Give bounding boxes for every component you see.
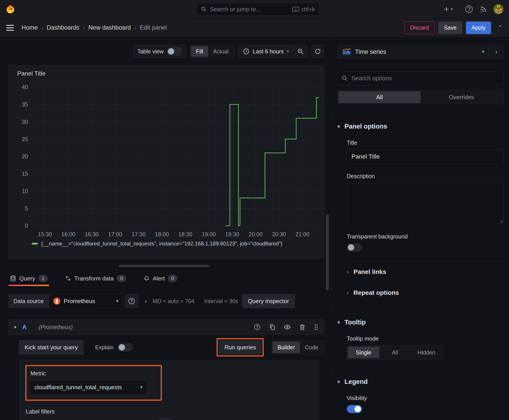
shortcut-hint: ctrl+k [292, 6, 315, 13]
refresh-button[interactable] [311, 45, 324, 58]
code-option[interactable]: Code [300, 341, 323, 353]
fill-option[interactable]: Fill [191, 46, 208, 57]
legend-visibility-toggle[interactable] [347, 405, 362, 413]
x-tick-label: 19:30 [225, 231, 239, 238]
menu-toggle-icon[interactable] [6, 25, 14, 31]
breadcrumb-dashboards[interactable]: Dashboards [47, 24, 79, 31]
tab-query-label: Query [19, 275, 35, 282]
edit-panel-main: Table view Fill Actual Last 6 hours ▾ [0, 37, 328, 420]
search-options-input[interactable]: Search options [337, 71, 504, 85]
options-tabs: All Overrides [337, 90, 504, 104]
add-filter-button[interactable]: + [159, 419, 172, 420]
tooltip-section-header[interactable]: ▾ Tooltip [337, 319, 504, 326]
discard-button[interactable]: Discard [404, 22, 435, 34]
query-ref-id: A [22, 324, 27, 331]
series-label[interactable]: {__name__="cloudflared_tunnel_total_requ… [41, 240, 282, 247]
panel-options-header[interactable]: ▾ Panel options [337, 123, 504, 130]
table-view-chip: Table view [133, 45, 186, 58]
apply-button[interactable]: Apply [466, 22, 491, 34]
tab-alert[interactable]: Alert 0 [142, 272, 179, 286]
collapse-options-icon[interactable]: ⌃ [498, 24, 503, 31]
x-tick-label: 19:00 [202, 231, 216, 238]
tooltip-section-title: Tooltip [344, 319, 365, 326]
panel-title-input[interactable]: Panel Title [347, 150, 504, 164]
tooltip-single-option[interactable]: Single [348, 347, 379, 358]
expand-viz-list-button[interactable]: › [489, 45, 503, 59]
query-row-header[interactable]: ▾ A (Prometheus) [8, 319, 324, 335]
panel-preview: Panel Title 0510152025303540 15:3016:001… [8, 65, 324, 259]
visualization-picker-row: Time series ▾ › [337, 45, 504, 59]
collapse-stats-icon[interactable]: › [145, 298, 147, 305]
label-filters-label: Label filters [26, 408, 312, 415]
y-axis: 0510152025303540 [13, 85, 32, 228]
datasource-picker[interactable]: Prometheus ▾ [49, 294, 123, 308]
breadcrumb-new-dashboard[interactable]: New dashboard [88, 24, 131, 31]
resize-handle-icon[interactable] [499, 219, 502, 223]
metric-label: Metric [30, 370, 156, 377]
repeat-options-section[interactable]: › Repeat options [344, 283, 504, 303]
query-help-icon[interactable] [254, 323, 261, 331]
tooltip-all-option[interactable]: All [379, 347, 411, 358]
chevron-down-icon[interactable]: ▾ [14, 324, 16, 330]
hide-response-eye-icon[interactable] [284, 323, 291, 331]
fill-actual-group: Fill Actual [190, 45, 235, 58]
legend-section-header[interactable]: ▾ Legend [337, 378, 504, 385]
explain-toggle[interactable] [118, 343, 133, 351]
query-toolbar: Kick start your query Explain Run querie… [8, 338, 324, 357]
user-avatar[interactable] [493, 4, 504, 14]
query-stats: MD = auto = 704 Interval = 30s [153, 298, 238, 304]
tooltip-hidden-option[interactable]: Hidden [411, 347, 442, 358]
help-icon[interactable] [464, 5, 473, 14]
search-icon [342, 75, 348, 82]
chevron-down-icon: ▾ [116, 298, 119, 304]
time-range-picker[interactable]: Last 6 hours ▾ [238, 45, 293, 58]
metric-select[interactable]: cloudflared_tunnel_total_requests ▾ [30, 380, 147, 394]
tab-query[interactable]: Query 1 [8, 272, 49, 286]
zoom-out-button[interactable] [293, 45, 307, 58]
interval-stat: Interval = 30s [204, 298, 238, 304]
chart-plot[interactable] [32, 85, 319, 228]
table-view-toggle[interactable] [167, 47, 182, 55]
news-rss-icon[interactable] [479, 5, 487, 13]
duplicate-query-icon[interactable] [269, 324, 276, 330]
table-view-label: Table view [137, 48, 164, 55]
tab-all-options[interactable]: All [338, 91, 421, 103]
vertical-scrollbar[interactable] [326, 214, 329, 291]
grafana-logo-icon[interactable] [5, 4, 16, 14]
chevron-down-icon: ▾ [337, 319, 340, 326]
breadcrumb-home[interactable]: Home [22, 24, 38, 31]
series-color-swatch[interactable] [32, 243, 38, 245]
transparent-bg-toggle[interactable] [347, 243, 362, 252]
builder-option[interactable]: Builder [273, 341, 300, 353]
tab-transform-data[interactable]: Transform data 0 [63, 272, 128, 286]
run-queries-button[interactable]: Run queries [219, 340, 261, 354]
tab-overrides[interactable]: Overrides [421, 91, 503, 103]
divider [458, 5, 459, 14]
options-sidebar: Time series ▾ › Search options All Overr… [332, 37, 509, 420]
global-search-input[interactable]: Search or jump to... ctrl+k [197, 3, 319, 16]
drag-handle-icon[interactable] [314, 324, 319, 330]
kick-start-button[interactable]: Kick start your query [19, 340, 84, 354]
x-tick-label: 17:30 [131, 231, 146, 238]
description-field-label: Description [347, 173, 504, 180]
panel-links-section[interactable]: › Panel links [344, 262, 504, 282]
new-menu-button[interactable]: ▾ [443, 6, 453, 12]
timeseries-viz-icon [342, 48, 351, 55]
y-tick-label: 20 [22, 153, 28, 160]
x-tick-label: 20:00 [249, 231, 263, 238]
delete-query-trash-icon[interactable] [299, 324, 306, 330]
visualization-picker[interactable]: Time series ▾ [338, 45, 489, 59]
datasource-help-button[interactable] [125, 294, 138, 308]
actual-option[interactable]: Actual [208, 46, 233, 57]
x-tick-label: 16:00 [61, 231, 76, 238]
pane-resize-handle[interactable] [119, 265, 209, 267]
y-tick-label: 30 [22, 119, 28, 125]
x-tick-label: 18:00 [155, 231, 169, 238]
x-tick-label: 16:30 [85, 231, 99, 238]
query-tabs: Query 1 Transform data 0 Alert 0 [8, 272, 324, 286]
divider [332, 310, 509, 310]
query-inspector-button[interactable]: Query inspector [242, 294, 295, 308]
repeat-options-label: Repeat options [353, 289, 399, 296]
save-button[interactable]: Save [438, 22, 462, 34]
description-textarea[interactable] [347, 183, 504, 224]
